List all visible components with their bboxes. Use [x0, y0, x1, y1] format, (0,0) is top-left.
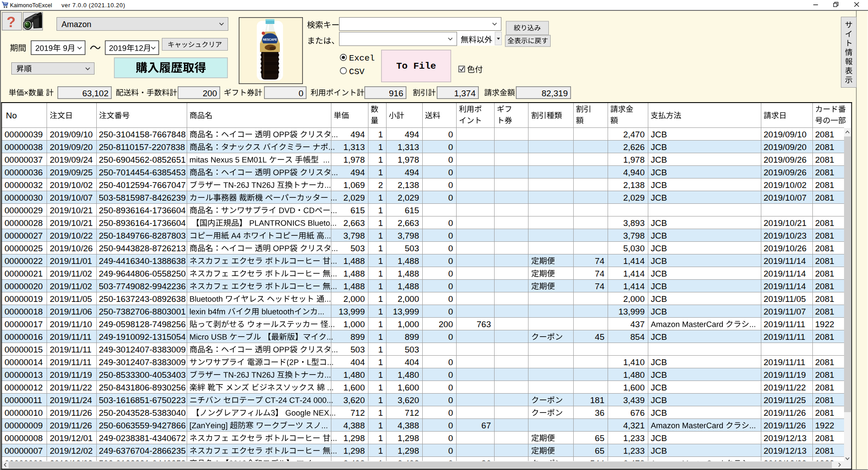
svg-text:250-1637243-0892638: 250-1637243-0892638 [99, 294, 186, 304]
svg-text:2081: 2081 [815, 142, 834, 152]
svg-text:2019/09/25: 2019/09/25 [50, 168, 93, 177]
svg-text:494: 494 [350, 168, 365, 177]
svg-text:2019/12/13: 2019/12/13 [764, 446, 807, 456]
svg-text:2,029: 2,029 [623, 193, 645, 202]
svg-text:763: 763 [476, 320, 491, 329]
svg-text:4,940: 4,940 [623, 168, 645, 177]
svg-text:1: 1 [378, 446, 383, 456]
svg-text:1: 1 [378, 345, 383, 354]
svg-text:2,000: 2,000 [397, 294, 419, 304]
svg-text:2081: 2081 [815, 332, 834, 342]
svg-text:1,374: 1,374 [454, 89, 476, 98]
svg-text:2081: 2081 [815, 357, 834, 367]
svg-text:1: 1 [378, 357, 383, 367]
svg-text:503: 503 [350, 244, 365, 253]
svg-text:1,480: 1,480 [397, 370, 419, 380]
svg-text:0: 0 [448, 180, 453, 190]
svg-text:615: 615 [405, 206, 419, 215]
svg-text:249-0238381-4340672: 249-0238381-4340672 [99, 433, 186, 443]
svg-text:1,298: 1,298 [343, 433, 365, 443]
svg-text:2,470: 2,470 [623, 130, 645, 139]
svg-text:JCB: JCB [651, 282, 667, 291]
svg-text:1,488: 1,488 [343, 282, 365, 291]
svg-text:4,388: 4,388 [343, 421, 365, 430]
svg-text:249-6376704-2866235: 249-6376704-2866235 [99, 446, 186, 456]
svg-text:2,138: 2,138 [397, 180, 419, 190]
svg-text:Amazon: Amazon [61, 20, 91, 29]
svg-text:2019/11/02: 2019/11/02 [50, 282, 92, 291]
svg-text:503: 503 [405, 345, 419, 354]
svg-text:2019/09/10: 2019/09/10 [50, 130, 93, 139]
svg-text:2: 2 [378, 180, 383, 190]
svg-text:250-2043528-5383040: 250-2043528-5383040 [99, 408, 186, 418]
svg-text:0: 0 [448, 282, 453, 291]
svg-text:2,663: 2,663 [343, 218, 365, 228]
svg-text:2,000: 2,000 [343, 294, 365, 304]
svg-text:3,620: 3,620 [343, 395, 365, 405]
svg-text:2019/10/21: 2019/10/21 [50, 206, 93, 215]
svg-text:250-7014454-6385453: 250-7014454-6385453 [99, 168, 186, 177]
svg-text:1: 1 [378, 421, 383, 430]
svg-text:00000037: 00000037 [5, 155, 43, 164]
svg-text:250-7382706-8803001: 250-7382706-8803001 [99, 307, 186, 316]
svg-text:1: 1 [378, 218, 383, 228]
svg-text:2019/10/07: 2019/10/07 [50, 193, 93, 202]
svg-text:2019/09/20: 2019/09/20 [764, 142, 807, 152]
svg-text:ver 7.0.0 (2021.10.20): ver 7.0.0 (2021.10.20) [61, 2, 125, 9]
svg-text:2019/11/11: 2019/11/11 [50, 332, 91, 342]
svg-text:2081: 2081 [815, 294, 834, 304]
svg-text:2019/11/14: 2019/11/14 [764, 282, 806, 291]
svg-text:250-6904562-0852651: 250-6904562-0852651 [99, 155, 186, 164]
svg-text:1,978: 1,978 [343, 155, 365, 164]
svg-text:2019/10/22: 2019/10/22 [50, 231, 93, 240]
svg-text:2019/10/23: 2019/10/23 [764, 231, 807, 240]
svg-text:250-8533300-4053403: 250-8533300-4053403 [99, 370, 186, 380]
svg-text:JCB: JCB [651, 180, 667, 190]
svg-text:JCB: JCB [651, 294, 667, 304]
svg-text:2081: 2081 [815, 244, 834, 253]
svg-text:00000030: 00000030 [5, 193, 43, 202]
svg-text:63,102: 63,102 [82, 89, 108, 98]
svg-text:00000039: 00000039 [5, 130, 43, 139]
svg-text:2081: 2081 [815, 269, 834, 278]
svg-text:0: 0 [448, 231, 453, 240]
svg-text:0: 0 [448, 383, 453, 392]
svg-text:JCB: JCB [651, 218, 667, 228]
svg-text:2019/11/22: 2019/11/22 [764, 383, 806, 392]
svg-text:899: 899 [405, 332, 419, 342]
svg-text:2019/11/26: 2019/11/26 [50, 408, 92, 418]
svg-text:2019/11/26: 2019/11/26 [50, 421, 92, 430]
svg-text:00000021: 00000021 [5, 269, 43, 278]
svg-text:249-4416340-1388638: 249-4416340-1388638 [99, 256, 186, 266]
svg-text:899: 899 [350, 332, 365, 342]
svg-text:00000013: 00000013 [5, 370, 43, 380]
svg-text:250-4012594-7667047: 250-4012594-7667047 [99, 180, 186, 190]
svg-text:1: 1 [378, 307, 383, 316]
svg-text:2019/10/07: 2019/10/07 [764, 193, 807, 202]
svg-text:4,321: 4,321 [623, 421, 645, 430]
svg-text:1,480: 1,480 [623, 370, 645, 380]
svg-text:676: 676 [630, 408, 645, 418]
svg-text:3,893: 3,893 [623, 218, 645, 228]
svg-text:2,138: 2,138 [623, 180, 645, 190]
svg-text:0: 0 [448, 370, 453, 380]
svg-text:00000011: 00000011 [5, 395, 42, 405]
svg-text:3,439: 3,439 [623, 395, 645, 405]
svg-text:No: No [6, 111, 17, 120]
svg-text:250-8431806-8930256: 250-8431806-8930256 [99, 383, 186, 392]
svg-text:503-1616851-6750223: 503-1616851-6750223 [99, 395, 186, 405]
svg-text:0: 0 [448, 142, 453, 152]
svg-text:3,620: 3,620 [397, 395, 419, 405]
svg-text:45: 45 [595, 332, 604, 342]
svg-text:00000032: 00000032 [5, 180, 43, 190]
svg-text:2019/09/24: 2019/09/24 [50, 155, 93, 164]
svg-text:1,600: 1,600 [343, 383, 365, 392]
svg-text:503-5815987-8426239: 503-5815987-8426239 [99, 193, 186, 202]
svg-text:1: 1 [378, 155, 383, 164]
svg-text:2019/11/11: 2019/11/11 [764, 332, 805, 342]
svg-text:2019/09/10: 2019/09/10 [764, 130, 807, 139]
svg-text:JCB: JCB [651, 370, 667, 380]
svg-text:1,000: 1,000 [343, 320, 365, 329]
svg-text:2019/11/01: 2019/11/01 [50, 256, 92, 266]
svg-text:1: 1 [378, 269, 383, 278]
